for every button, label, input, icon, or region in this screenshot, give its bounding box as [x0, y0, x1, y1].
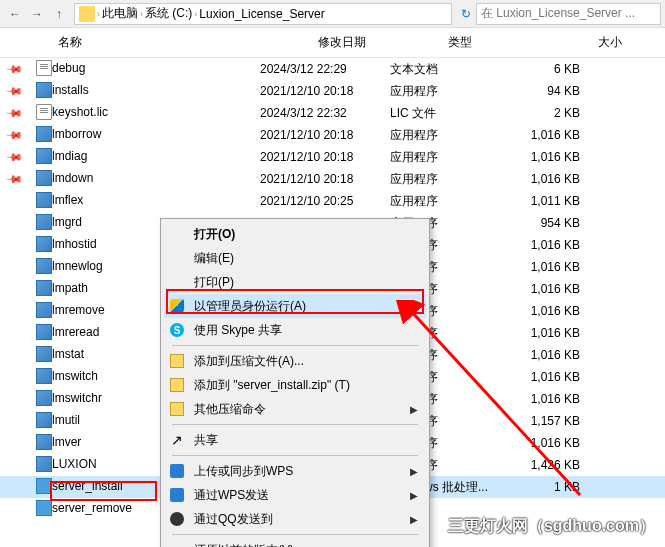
menu-edit[interactable]: 编辑(E) — [164, 246, 426, 270]
zip-icon — [170, 402, 184, 416]
skype-icon: S — [170, 323, 184, 337]
file-icon — [36, 500, 52, 516]
header-date[interactable]: 修改日期 — [310, 34, 440, 51]
cloud-icon — [170, 464, 184, 478]
file-date: 2021/12/10 20:18 — [260, 128, 390, 142]
column-headers: 名称 修改日期 类型 大小 — [0, 28, 665, 58]
file-icon — [36, 324, 52, 340]
file-name-cell: lmdown — [28, 169, 260, 189]
file-name: lmstat — [52, 347, 84, 361]
file-icon — [36, 170, 52, 186]
breadcrumb[interactable]: › 此电脑 › 系统 (C:) › Luxion_License_Server — [74, 3, 452, 25]
file-row[interactable]: 📌 keyshot.lic2024/3/12 22:32LIC 文件2 KB — [0, 102, 665, 124]
file-size: 1,016 KB — [510, 282, 580, 296]
file-icon — [36, 412, 52, 428]
file-size: 6 KB — [510, 62, 580, 76]
file-type: 应用程序 — [390, 171, 510, 188]
file-name: lmdiag — [52, 149, 87, 163]
pin-icon: 📌 — [0, 107, 28, 120]
file-name-cell: debug — [28, 59, 260, 79]
up-button[interactable]: ↑ — [48, 3, 70, 25]
file-size: 954 KB — [510, 216, 580, 230]
pin-icon: 📌 — [0, 129, 28, 142]
file-icon — [36, 126, 52, 142]
file-type: 应用程序 — [390, 127, 510, 144]
file-icon — [36, 280, 52, 296]
address-toolbar: ← → ↑ › 此电脑 › 系统 (C:) › Luxion_License_S… — [0, 0, 665, 28]
file-size: 1,016 KB — [510, 128, 580, 142]
search-input[interactable]: 在 Luxion_License_Server ... — [476, 3, 661, 25]
file-name: lmgrd — [52, 215, 82, 229]
folder-icon — [79, 6, 95, 22]
file-name: lmremove — [52, 303, 105, 317]
file-name: LUXION — [52, 457, 97, 471]
file-date: 2021/12/10 20:18 — [260, 172, 390, 186]
annotation-box — [50, 481, 157, 501]
file-date: 2021/12/10 20:25 — [260, 194, 390, 208]
file-type: 应用程序 — [390, 149, 510, 166]
file-name: debug — [52, 61, 85, 75]
file-row[interactable]: 📌 debug2024/3/12 22:29文本文档6 KB — [0, 58, 665, 80]
file-name-cell: keyshot.lic — [28, 103, 260, 123]
file-icon — [36, 214, 52, 230]
file-icon — [36, 236, 52, 252]
file-size: 1,016 KB — [510, 260, 580, 274]
file-row[interactable]: 📌 lmborrow2021/12/10 20:18应用程序1,016 KB — [0, 124, 665, 146]
file-size: 1,016 KB — [510, 150, 580, 164]
file-size: 1,016 KB — [510, 172, 580, 186]
header-type[interactable]: 类型 — [440, 34, 560, 51]
file-row[interactable]: lmflex2021/12/10 20:25应用程序1,011 KB — [0, 190, 665, 212]
file-size: 1,011 KB — [510, 194, 580, 208]
refresh-button[interactable]: ↻ — [456, 7, 476, 21]
wps-icon — [170, 488, 184, 502]
bc-drive[interactable]: 系统 (C:) — [145, 5, 192, 22]
header-name[interactable]: 名称 — [50, 34, 310, 51]
file-icon — [36, 390, 52, 406]
annotation-arrow — [380, 300, 620, 510]
file-icon — [36, 302, 52, 318]
watermark: 三更灯火网（sgdhuo.com） — [448, 516, 655, 537]
file-size: 94 KB — [510, 84, 580, 98]
chevron-right-icon: ▶ — [410, 514, 418, 525]
forward-button[interactable]: → — [26, 3, 48, 25]
zip-icon — [170, 378, 184, 392]
bc-root[interactable]: 此电脑 — [102, 5, 138, 22]
file-icon — [36, 60, 52, 76]
file-date: 2021/12/10 20:18 — [260, 84, 390, 98]
pin-icon: 📌 — [0, 151, 28, 164]
file-type: 应用程序 — [390, 193, 510, 210]
file-name: server_remove — [52, 501, 132, 515]
file-name: lmnewlog — [52, 259, 103, 273]
file-icon — [36, 148, 52, 164]
svg-line-0 — [410, 310, 580, 495]
file-icon — [36, 104, 52, 120]
file-row[interactable]: 📌 lmdiag2021/12/10 20:18应用程序1,016 KB — [0, 146, 665, 168]
file-icon — [36, 258, 52, 274]
file-name-cell: lmborrow — [28, 125, 260, 145]
file-icon — [36, 434, 52, 450]
header-size[interactable]: 大小 — [560, 34, 630, 51]
file-name-cell: lmdiag — [28, 147, 260, 167]
menu-open[interactable]: 打开(O) — [164, 222, 426, 246]
file-row[interactable]: 📌 lmdown2021/12/10 20:18应用程序1,016 KB — [0, 168, 665, 190]
file-name: keyshot.lic — [52, 105, 108, 119]
file-type: 文本文档 — [390, 61, 510, 78]
pin-icon: 📌 — [0, 85, 28, 98]
file-name: lmswitch — [52, 369, 98, 383]
file-type: LIC 文件 — [390, 105, 510, 122]
zip-icon — [170, 354, 184, 368]
menu-restore[interactable]: 还原以前的版本(V) — [164, 538, 426, 547]
file-icon — [36, 456, 52, 472]
file-name: lmborrow — [52, 127, 101, 141]
pin-icon: 📌 — [0, 173, 28, 186]
pin-icon: 📌 — [0, 63, 28, 76]
file-icon — [36, 82, 52, 98]
file-name: lmswitchr — [52, 391, 102, 405]
file-row[interactable]: 📌 installs2021/12/10 20:18应用程序94 KB — [0, 80, 665, 102]
share-icon: ↗ — [168, 431, 186, 449]
menu-send-qq[interactable]: 通过QQ发送到▶ — [164, 507, 426, 531]
file-name: lmreread — [52, 325, 99, 339]
back-button[interactable]: ← — [4, 3, 26, 25]
file-name-cell: installs — [28, 81, 260, 101]
bc-folder[interactable]: Luxion_License_Server — [199, 7, 324, 21]
